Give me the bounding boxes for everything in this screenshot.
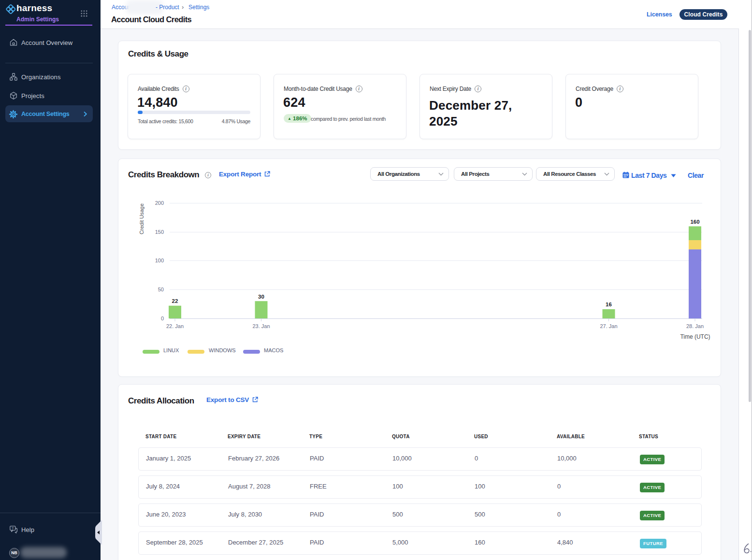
svg-text:200: 200	[155, 200, 164, 206]
svg-text:27. Jan: 27. Jan	[600, 323, 617, 329]
svg-text:16: 16	[606, 302, 612, 307]
svg-text:22. Jan: 22. Jan	[166, 323, 184, 329]
svg-text:22: 22	[172, 298, 178, 304]
svg-text:28. Jan: 28. Jan	[686, 323, 704, 329]
svg-text:0: 0	[161, 316, 164, 321]
svg-text:23. Jan: 23. Jan	[252, 323, 270, 329]
svg-text:100: 100	[155, 258, 164, 263]
svg-text:?: ?	[12, 527, 14, 530]
svg-text:Credit Usage: Credit Usage	[139, 203, 145, 234]
svg-text:Time (UTC): Time (UTC)	[680, 333, 710, 340]
svg-text:160: 160	[690, 219, 699, 225]
svg-text:30: 30	[258, 294, 264, 300]
svg-text:50: 50	[158, 287, 164, 292]
svg-text:150: 150	[155, 229, 164, 235]
